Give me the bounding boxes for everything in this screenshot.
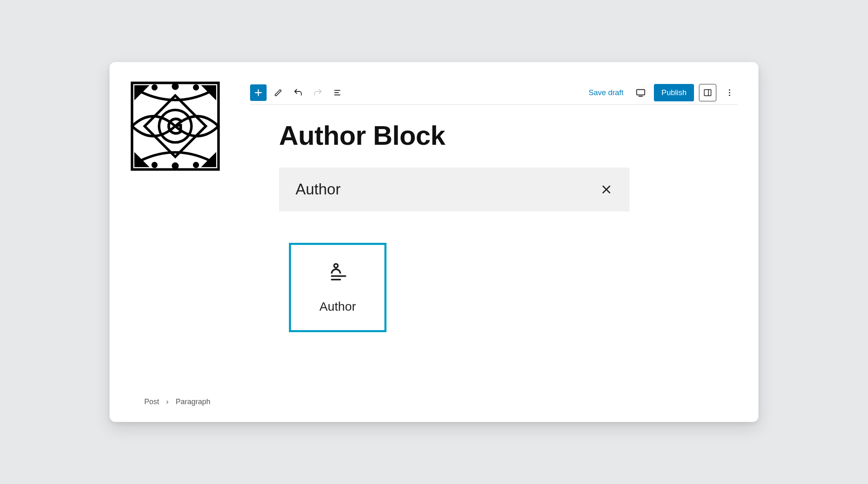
publish-button[interactable]: Publish [654,84,694,101]
preview-button[interactable] [632,84,649,101]
clear-search-button[interactable] [600,183,613,196]
close-icon [600,183,613,196]
settings-sidebar-toggle[interactable] [699,84,716,101]
more-options-button[interactable] [721,84,738,101]
breadcrumb-current[interactable]: Paragraph [176,398,210,406]
editor-window: Save draft Publish Author Block Author [110,62,758,422]
block-result-label: Author [320,300,356,314]
site-logo[interactable] [130,81,220,171]
svg-point-5 [153,86,157,89]
svg-rect-10 [704,89,711,96]
redo-button [310,84,326,101]
page-title[interactable]: Author Block [279,120,738,151]
block-search-input[interactable]: Author [296,181,600,198]
add-block-button[interactable] [250,84,267,101]
svg-point-12 [729,89,730,90]
block-search-box: Author [279,168,630,211]
editor-toolbar: Save draft Publish [250,81,738,105]
editor-content: Author Block Author Author [279,120,738,332]
author-icon [327,261,348,282]
svg-point-13 [729,92,730,93]
svg-point-6 [194,86,198,89]
svg-point-4 [173,163,178,168]
svg-rect-9 [637,89,645,95]
svg-point-3 [173,84,178,89]
svg-point-14 [729,94,730,96]
svg-point-15 [334,264,338,268]
breadcrumb: Post Paragraph [144,398,210,406]
document-overview-button[interactable] [329,84,346,101]
undo-button[interactable] [290,84,306,101]
breadcrumb-root[interactable]: Post [144,398,159,406]
svg-point-7 [153,163,157,167]
chevron-right-icon [165,400,170,405]
toolbar-right-group: Save draft Publish [584,84,738,101]
svg-point-8 [194,163,198,167]
block-result-author[interactable]: Author [289,243,386,332]
toolbar-left-group [250,84,346,101]
save-draft-button[interactable]: Save draft [584,85,627,101]
edit-mode-button[interactable] [270,84,286,101]
